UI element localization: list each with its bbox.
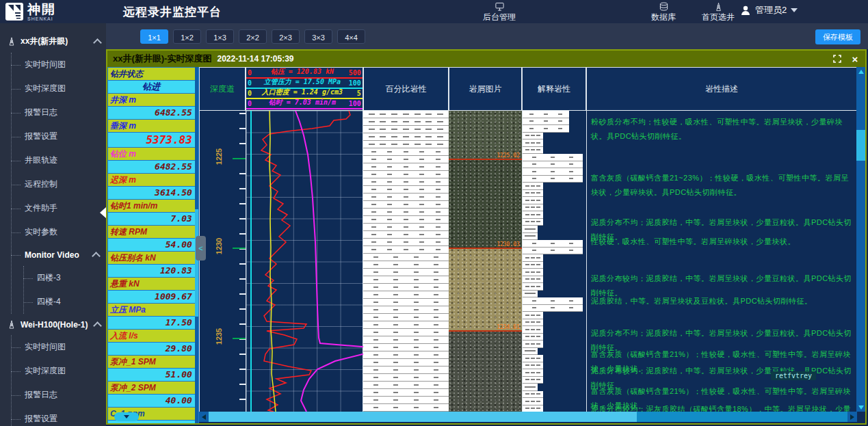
sidebar-item-monitor-video[interactable]: Monitor Video xyxy=(0,244,106,266)
interp-bar xyxy=(523,248,583,255)
scroll-right-icon[interactable] xyxy=(847,412,857,422)
lithology-dash xyxy=(393,369,398,371)
lithology-dash xyxy=(380,144,386,145)
layout-button-2×3[interactable]: 2×3 xyxy=(272,29,300,44)
lithology-dash xyxy=(434,287,438,288)
lithology-dash xyxy=(434,377,438,378)
chevron-up-icon[interactable] xyxy=(93,38,102,47)
sidebar-item-实时深度图[interactable]: 实时深度图 xyxy=(0,359,106,383)
interp-bar xyxy=(523,204,543,212)
scroll-down-icon[interactable] xyxy=(856,403,865,412)
close-icon[interactable]: × xyxy=(850,54,860,64)
lithology-description-text: 性较硬，吸水性、可塑性中等。岩屑呈碎块状，少量块状。 xyxy=(591,235,853,249)
lithology-dash xyxy=(404,211,408,213)
sidebar-item-报警设置[interactable]: 报警设置 xyxy=(0,407,106,426)
lithology-dash xyxy=(531,408,535,409)
nav-item-monitor[interactable]: 后台管理 xyxy=(483,2,516,23)
sidebar-item-实时深度图[interactable]: 实时深度图 xyxy=(0,77,106,101)
lithology-dash xyxy=(425,114,432,115)
depth-chart-window: xx井(新井眼)-实时深度图 2022-11-14 17:05:39 × 钻井状… xyxy=(106,49,867,425)
lithology-dash xyxy=(536,214,540,215)
panel-collapse-handle[interactable]: < xyxy=(196,236,206,261)
lithology-dash xyxy=(531,207,535,208)
layout-button-1×2[interactable]: 1×2 xyxy=(173,29,201,44)
curve-track xyxy=(246,111,363,412)
parameter-label: 井深 m xyxy=(108,94,198,106)
sidebar-item-报警日志[interactable]: 报警日志 xyxy=(0,383,106,407)
sidebar-item-报警日志[interactable]: 报警日志 xyxy=(0,101,106,124)
sidebar-item-井眼轨迹[interactable]: 井眼轨迹 xyxy=(0,148,106,172)
expand-icon[interactable] xyxy=(832,54,842,64)
interp-bar xyxy=(523,384,538,391)
param-dropdown-button[interactable] xyxy=(114,412,139,421)
scroll-left-icon[interactable] xyxy=(199,412,209,422)
layout-button-1×3[interactable]: 1×3 xyxy=(206,29,234,44)
chevron-up-icon[interactable] xyxy=(92,252,101,261)
lithology-dash xyxy=(371,241,376,243)
sidebar-item-远程控制[interactable]: 远程控制 xyxy=(0,172,106,196)
nav-item-label: 首页选井 xyxy=(702,12,735,23)
interp-bar xyxy=(523,283,543,291)
layout-button-4×4[interactable]: 4×4 xyxy=(337,29,365,44)
lithology-dash xyxy=(387,181,392,183)
nav-item-database[interactable]: 数据库 xyxy=(651,2,676,23)
scroll-up-icon[interactable] xyxy=(856,67,865,76)
photo-depth-line: 1230.03 xyxy=(449,248,522,249)
lithology-dash xyxy=(531,135,535,136)
sidebar-well-node[interactable]: xx井(新井眼) xyxy=(0,30,106,53)
layout-button-2×2[interactable]: 2×2 xyxy=(239,29,267,44)
window-titlebar[interactable]: xx井(新井眼)-实时深度图 2022-11-14 17:05:39 × xyxy=(107,51,865,67)
lithology-pattern-row xyxy=(363,314,449,321)
lithology-dash xyxy=(393,392,398,393)
lithology-dash xyxy=(434,399,438,401)
interp-row xyxy=(523,248,586,255)
lithology-pattern-row xyxy=(363,359,449,367)
parameter-scroll-thumb[interactable] xyxy=(195,209,198,316)
interp-bar xyxy=(523,348,538,356)
lithology-description-text: 泥质分布较均；泥灰质胶结（碳酸钙含量18%），中等。岩屑呈块状，少量豆粒状。具P… xyxy=(591,402,853,412)
lithology-dash xyxy=(404,151,408,152)
sidebar-well-node[interactable]: Wei-H100(Hole-1) xyxy=(0,314,106,335)
save-template-button[interactable]: 保存模板 xyxy=(815,29,860,44)
interp-bar xyxy=(523,190,543,198)
nav-item-derrick[interactable]: 首页选井 xyxy=(702,2,735,23)
sidebar-item-四楼-4[interactable]: 四楼-4 xyxy=(0,290,106,314)
lithology-pattern-row xyxy=(363,194,449,201)
interp-bar xyxy=(523,355,543,362)
layout-button-3×3[interactable]: 3×3 xyxy=(304,29,332,44)
lithology-dash xyxy=(531,142,535,144)
lithology-dash xyxy=(536,185,540,187)
sidebar-item-实时时间图[interactable]: 实时时间图 xyxy=(0,53,106,77)
lithology-pattern-row xyxy=(363,216,449,224)
depth-minor-tick xyxy=(239,323,246,325)
interp-bar xyxy=(523,219,543,226)
lithology-dash xyxy=(425,121,432,122)
chevron-up-icon[interactable] xyxy=(93,321,102,330)
interp-row xyxy=(523,384,586,391)
horizontal-scrollbar[interactable] xyxy=(199,412,857,422)
sidebar-item-报警设置[interactable]: 报警设置 xyxy=(0,124,106,148)
sidebar-collapse-arrow[interactable] xyxy=(100,207,106,218)
lithology-dash xyxy=(531,264,535,265)
lithology-dash xyxy=(551,178,555,179)
lithology-dash xyxy=(404,174,408,175)
depth-chart: 深度道 0钻压 = 120.83 kN5000立管压力 = 17.50 MPa1… xyxy=(199,67,865,423)
vertical-scrollbar[interactable] xyxy=(856,67,865,412)
layout-button-1×1[interactable]: 1×1 xyxy=(140,29,168,44)
lithology-dash xyxy=(434,324,438,325)
depth-minor-tick xyxy=(239,384,246,385)
lithology-dash xyxy=(532,228,536,230)
column-header-百分比岩性: 百分比岩性 xyxy=(363,67,449,111)
tooltip: retfvtrey xyxy=(771,371,816,380)
lithology-pattern-row xyxy=(363,163,449,171)
horizontal-scroll-thumb[interactable] xyxy=(209,412,637,422)
sidebar-item-文件助手[interactable]: 文件助手 xyxy=(0,196,106,220)
user-menu[interactable]: 管理员2 xyxy=(740,4,798,16)
lithology-pattern-row xyxy=(363,291,449,299)
lithology-dash xyxy=(425,136,432,137)
lithology-dash xyxy=(525,372,529,373)
vertical-scroll-thumb[interactable] xyxy=(856,130,865,161)
sidebar-item-四楼-3[interactable]: 四楼-3 xyxy=(0,266,106,290)
sidebar-item-实时时间图[interactable]: 实时时间图 xyxy=(0,335,106,359)
sidebar-item-实时参数[interactable]: 实时参数 xyxy=(0,220,106,244)
